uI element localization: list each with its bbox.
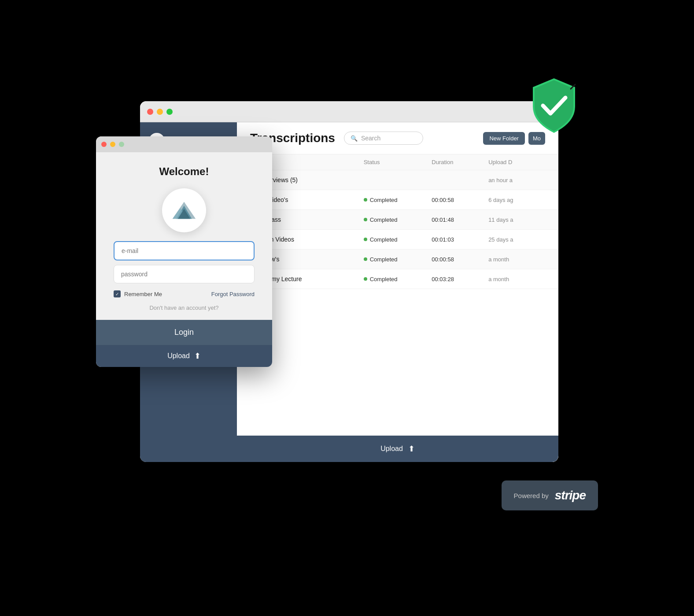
shield-badge [523,75,585,136]
login-button[interactable]: Login [96,320,272,345]
search-box[interactable]: 🔍 Search [344,132,423,145]
forgot-password-link[interactable]: Forgot Password [211,291,255,297]
stripe-badge: Powered by stripe [502,480,598,510]
upload-label: Upload [380,445,403,453]
modal-upload-label: Upload [167,352,190,360]
col-duration: Duration [432,159,488,165]
minimize-button[interactable] [157,109,163,115]
upload-cell: 6 days ag [488,197,545,203]
col-status: Status [364,159,432,165]
modal-upload-bar[interactable]: Upload ⬆ [96,345,272,367]
upload-cell: 11 days a [488,216,545,223]
maximize-button[interactable] [166,109,173,115]
status-cell: Completed [364,256,432,263]
upload-bar[interactable]: Upload ⬆ [237,436,558,462]
upload-cell: a month [488,256,545,263]
col-upload: Upload D [488,159,545,165]
upload-cell: 25 days a [488,236,545,243]
traffic-lights [147,109,173,115]
new-folder-button[interactable]: New Folder [483,132,524,145]
status-dot [364,257,367,261]
welcome-heading: Welcome! [159,165,209,178]
duration-cell: 00:01:03 [432,236,488,243]
upload-cell: an hour a [488,177,545,183]
modal-close-button[interactable] [101,142,107,147]
table-row[interactable]: Astronomy Lecture Completed 00:03:28 a m… [237,269,558,289]
status-dot [364,277,367,281]
modal-logo [162,188,206,232]
status-cell: Completed [364,236,432,243]
search-placeholder: Search [361,135,380,142]
status-cell: Completed [364,197,432,203]
stripe-logo: stripe [555,488,586,502]
status-cell: Completed [364,276,432,282]
table-row[interactable]: TV Show's Completed 00:00:58 a month [237,249,558,269]
upload-cell: a month [488,276,545,282]
close-button[interactable] [147,109,153,115]
duration-cell: 00:00:58 [432,197,488,203]
password-field[interactable] [114,265,255,283]
table-header: Name Status Duration Upload D [237,154,558,170]
modal-body: Welcome! ✓ Remember Me [96,152,272,320]
duration-cell: 00:03:28 [432,276,488,282]
duration-cell: 00:00:58 [432,256,488,263]
status-dot [364,218,367,221]
remember-me-option[interactable]: ✓ Remember Me [114,290,162,297]
table-row[interactable]: Math Class Completed 00:01:48 11 days a [237,210,558,230]
duration-cell: 00:01:48 [432,216,488,223]
status-dot [364,238,367,241]
app-titlebar [140,101,558,122]
remember-checkbox[interactable]: ✓ [114,290,121,297]
table-row[interactable]: Interviews (5) an hour a [237,170,558,190]
main-content: Transcriptions 🔍 Search New Folder Mo Na… [237,122,558,462]
modal-minimize-button[interactable] [110,142,115,147]
main-header: Transcriptions 🔍 Search New Folder Mo [237,122,558,154]
powered-by-text: Powered by [514,492,549,499]
remember-me-label: Remember Me [124,291,162,297]
status-dot [364,198,367,202]
table-area: Name Status Duration Upload D Interviews… [237,154,558,436]
modal-maximize-button[interactable] [119,142,124,147]
table-row[interactable]: Cover Video's Completed 00:00:58 6 days … [237,190,558,210]
table-row[interactable]: Vacation Videos Completed 00:01:03 25 da… [237,230,558,249]
modal-options: ✓ Remember Me Forgot Password [114,290,255,297]
email-field[interactable] [114,241,255,260]
upload-icon: ⬆ [408,444,415,454]
modal-titlebar [96,136,272,152]
login-modal: Welcome! ✓ Remember Me [96,136,272,367]
status-cell: Completed [364,216,432,223]
modal-upload-icon: ⬆ [194,351,201,361]
no-account-text: Don't have an account yet? [149,304,218,311]
search-icon: 🔍 [351,135,358,142]
